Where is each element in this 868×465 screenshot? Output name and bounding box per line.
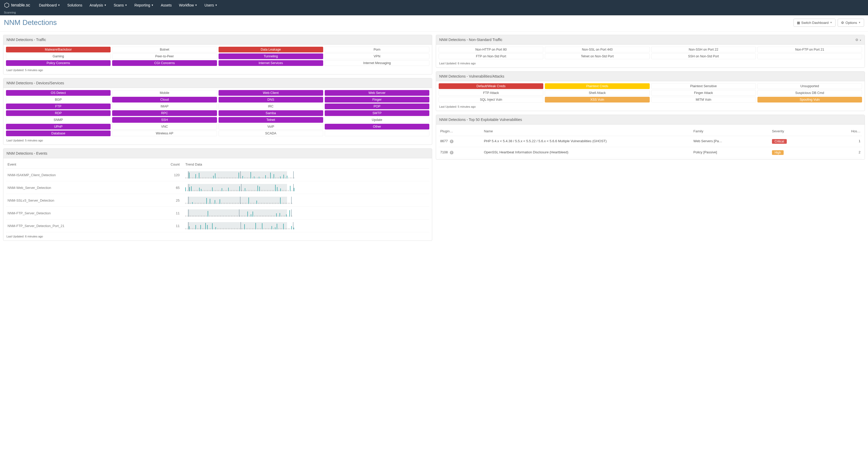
matrix-cell[interactable]: SSH on Non-Std Port [651, 54, 756, 59]
matrix-cell[interactable]: Other [325, 124, 429, 129]
matrix-cell[interactable]: Telnet [219, 117, 323, 123]
matrix-cell[interactable]: XSS Vuln [545, 97, 649, 102]
options-button[interactable]: ⚙ Options ▼ [838, 19, 864, 27]
nav-solutions[interactable]: Solutions [64, 0, 86, 10]
matrix-cell[interactable]: Samba [219, 110, 323, 116]
matrix-cell[interactable]: RDP [6, 110, 111, 116]
matrix-cell[interactable]: Data Leakage [219, 47, 323, 53]
col-severity[interactable]: Severity [770, 127, 827, 136]
matrix-cell[interactable]: Finger Attack [651, 90, 756, 96]
matrix-cell[interactable]: IRC [219, 103, 323, 109]
matrix-cell[interactable]: VNC [112, 124, 217, 129]
matrix-cell[interactable]: Suspicious DB Cmd [757, 90, 862, 96]
event-count: 11 [142, 219, 184, 232]
col-name[interactable]: Name [482, 127, 692, 136]
matrix-cell[interactable]: Non-SSL on Port 443 [545, 47, 649, 53]
matrix-cell[interactable]: Cloud [112, 97, 217, 102]
event-count: 11 [142, 207, 184, 219]
vuln-family: Web Servers [Pa… [692, 136, 770, 147]
col-event[interactable]: Event [6, 160, 142, 169]
matrix-cell[interactable]: Database [6, 130, 111, 136]
matrix-cell[interactable]: SQL Inject Vuln [439, 97, 543, 102]
nav-dashboard[interactable]: Dashboard▼ [35, 0, 64, 10]
matrix-cell[interactable]: MITM Vuln [651, 97, 756, 102]
svg-marker-0 [5, 3, 9, 7]
nav-workflow[interactable]: Workflow▼ [176, 0, 201, 10]
matrix-cell[interactable]: Spoofing Vuln [757, 97, 862, 102]
matrix-cell[interactable]: RPC [112, 110, 217, 116]
matrix-cell[interactable]: Internet Messaging [325, 60, 429, 66]
table-row[interactable]: NNM-Web_Server_Detection65 [6, 181, 429, 194]
col-family[interactable]: Family [692, 127, 770, 136]
brand[interactable]: tenable.sc [4, 2, 30, 8]
matrix-cell[interactable]: FTP on Non-Std Port [439, 54, 543, 59]
col-trend[interactable]: Trend Data [184, 160, 429, 169]
matrix-cell[interactable]: DNS [219, 97, 323, 102]
matrix-cell[interactable]: Porn [325, 47, 429, 53]
table-row[interactable]: NNM-FTP_Server_Detection11 [6, 207, 429, 219]
matrix-cell[interactable]: Policy Concerns [6, 60, 111, 66]
matrix-cell[interactable]: Internet Services [219, 60, 323, 66]
table-row[interactable]: NNM-FTP_Server_Detection_Port_2111 [6, 219, 429, 232]
col-hosts[interactable]: Hos… [827, 127, 862, 136]
matrix-cell[interactable]: Mobile [112, 90, 217, 96]
matrix-cell[interactable]: Tunneling [219, 54, 323, 59]
matrix-cell[interactable]: Shell Attack [545, 90, 649, 96]
matrix-cell[interactable]: SMTP [325, 110, 429, 116]
matrix-cell[interactable]: FTP Attack [439, 90, 543, 96]
panel-title: NNM Detections - Events [6, 151, 47, 155]
matrix-cell[interactable]: POP [325, 103, 429, 109]
table-row[interactable]: 8677 iPHP 5.4.x < 5.4.38 / 5.5.x < 5.5.2… [439, 136, 862, 147]
panel-title: NNM Detections - Non-Standard Traffic [439, 38, 502, 42]
matrix-cell[interactable]: CGI Concerns [112, 60, 217, 66]
matrix-cell[interactable]: Plaintext Creds [545, 83, 649, 89]
matrix-cell[interactable]: Plaintext Sensitive [651, 83, 756, 89]
matrix-cell[interactable]: Malware/Backdoor [6, 47, 111, 53]
nav-users[interactable]: Users▼ [201, 0, 221, 10]
matrix-cell[interactable]: UPnP [6, 124, 111, 129]
matrix-cell[interactable]: Web Server [325, 90, 429, 96]
switch-dashboard-button[interactable]: ▦ Switch Dashboard ▼ [794, 19, 836, 27]
matrix-cell[interactable]: VPN [325, 54, 429, 59]
vuln-severity: High [770, 147, 827, 158]
matrix-cell[interactable]: Update [325, 117, 429, 123]
table-row[interactable]: 7108 iOpenSSL Heartbeat Information Disc… [439, 147, 862, 158]
matrix-cell[interactable]: Non-HTTP on Port 80 [439, 47, 543, 53]
matrix-cell[interactable]: SSH [112, 117, 217, 123]
matrix-cell[interactable]: Gaming [6, 54, 111, 59]
trend-sparkline [184, 207, 429, 219]
matrix-cell[interactable]: Botnet [112, 47, 217, 53]
nav-analysis[interactable]: Analysis▼ [86, 0, 110, 10]
table-row[interactable]: NNM-SSLv3_Server_Detection25 [6, 194, 429, 207]
matrix-cell[interactable]: Non-FTP on Port 21 [757, 47, 862, 53]
page-title: NNM Detections [4, 19, 57, 27]
col-plugin[interactable]: Plugin… [439, 127, 482, 136]
nav-scans[interactable]: Scans▼ [110, 0, 131, 10]
matrix-cell[interactable]: Finger [325, 97, 429, 102]
event-name: NNM-FTP_Server_Detection_Port_21 [6, 219, 142, 232]
panel-title: NNM Detections - Top 50 Exploitable Vuln… [439, 118, 522, 122]
panel-title: NNM Detections - Devices/Services [6, 81, 64, 85]
info-icon[interactable]: i [450, 140, 454, 143]
nav-reporting[interactable]: Reporting▼ [131, 0, 157, 10]
matrix-cell[interactable]: IMAP [112, 103, 217, 109]
matrix-cell[interactable]: Non-SSH on Port 22 [651, 47, 756, 53]
matrix-cell[interactable]: Default/Weak Creds [439, 83, 543, 89]
col-count[interactable]: Count [142, 160, 184, 169]
matrix-cell[interactable]: SNMP [6, 117, 111, 123]
table-row[interactable]: NNM-ISAKMP_Client_Detection120 [6, 169, 429, 181]
matrix-cell[interactable]: Unsupported [757, 83, 862, 89]
matrix-cell[interactable]: Web Client [219, 90, 323, 96]
matrix-cell[interactable]: Wireless AP [112, 130, 217, 136]
page-header: NNM Detections ▦ Switch Dashboard ▼ ⚙ Op… [0, 15, 868, 32]
matrix-cell[interactable]: SCADA [219, 130, 323, 136]
matrix-cell[interactable]: Peer-to-Peer [112, 54, 217, 59]
matrix-cell[interactable]: BGP [6, 97, 111, 102]
nav-assets[interactable]: Assets [157, 0, 175, 10]
matrix-cell[interactable]: VoIP [219, 124, 323, 129]
matrix-cell[interactable]: Telnet on Non-Std PortTelnet on Non-Std … [545, 54, 649, 59]
matrix-cell[interactable]: FTP [6, 103, 111, 109]
panel-gear-icon[interactable]: ⚙ ▼ [855, 38, 862, 42]
info-icon[interactable]: i [450, 151, 454, 154]
matrix-cell[interactable]: OS Detect [6, 90, 111, 96]
